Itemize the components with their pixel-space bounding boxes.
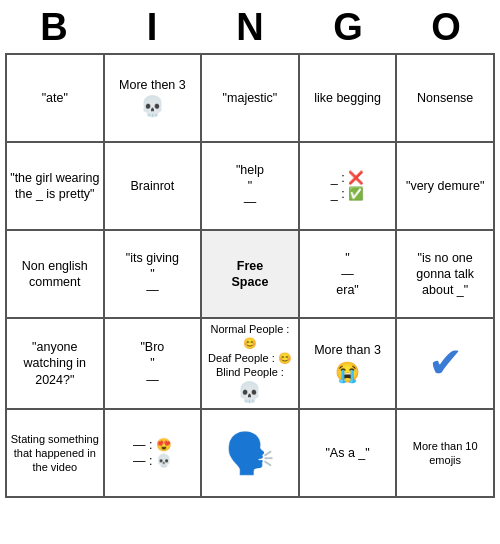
cell-1-4: "very demure" [396,142,494,230]
cell-3-0: "anyone watching in 2024?" [6,318,104,409]
cell-2-2-free: FreeSpace [201,230,299,318]
table-row: Stating something that happened in the v… [6,409,494,497]
table-row: Non english comment "its giving"— FreeSp… [6,230,494,318]
cell-4-2: 🗣️ [201,409,299,497]
letter-i: I [108,6,196,49]
cell-2-3: "—era" [299,230,397,318]
cell-4-4: More than 10 emojis [396,409,494,497]
letter-b: B [10,6,98,49]
cell-3-3: More than 3😭 [299,318,397,409]
letter-n: N [206,6,294,49]
cell-2-4: "is no one gonna talk about _" [396,230,494,318]
cell-0-4: Nonsense [396,54,494,142]
cell-1-1: Brainrot [104,142,202,230]
cell-0-2: "majestic" [201,54,299,142]
cell-4-3: "As a _" [299,409,397,497]
cell-0-0: "ate" [6,54,104,142]
cell-0-3: like begging [299,54,397,142]
cell-1-2: "help"— [201,142,299,230]
cell-0-1: More then 3💀 [104,54,202,142]
bingo-title: B I N G O [5,0,495,53]
table-row: "ate" More then 3💀 "majestic" like beggi… [6,54,494,142]
letter-g: G [304,6,392,49]
table-row: "the girl wearing the _ is pretty" Brain… [6,142,494,230]
cell-1-3: _ : ❌_ : ✅ [299,142,397,230]
cell-3-2: Normal People : 😊Deaf People : 😊Blind Pe… [201,318,299,409]
bingo-grid: "ate" More then 3💀 "majestic" like beggi… [5,53,495,498]
cell-4-0: Stating something that happened in the v… [6,409,104,497]
cell-1-0: "the girl wearing the _ is pretty" [6,142,104,230]
cell-3-1: "Bro"— [104,318,202,409]
letter-o: O [402,6,490,49]
cell-3-4: ✔ [396,318,494,409]
cell-4-1: — : 😍— : 💀 [104,409,202,497]
table-row: "anyone watching in 2024?" "Bro"— Normal… [6,318,494,409]
cell-2-1: "its giving"— [104,230,202,318]
cell-2-0: Non english comment [6,230,104,318]
